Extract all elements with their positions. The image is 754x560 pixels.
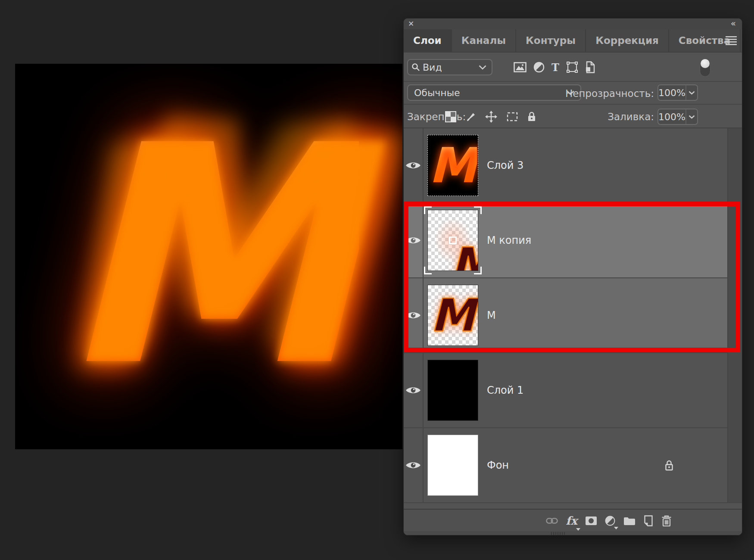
close-icon[interactable]: ✕ (408, 19, 414, 29)
layer-thumbnail-letter[interactable]: М (427, 210, 478, 271)
tab-channels[interactable]: Каналы (452, 29, 516, 52)
active-thumb-bracket (474, 206, 482, 214)
layer-styles-fx-icon[interactable]: fx (566, 514, 577, 527)
layer-thumbnail-fire[interactable]: M M (427, 135, 478, 196)
opacity-value[interactable]: 100% (658, 85, 685, 100)
chevron-down-icon (479, 65, 486, 70)
link-layers-icon[interactable] (546, 516, 558, 525)
eye-icon (405, 385, 421, 395)
filtering-toggle[interactable] (700, 58, 710, 77)
chevron-down-icon[interactable] (685, 109, 697, 124)
scrollbar-gutter[interactable] (727, 128, 742, 502)
shape-layer-filter-icon[interactable] (566, 61, 578, 73)
background-lock-icon[interactable] (664, 460, 674, 471)
panel-bottom-toolbar: fx (404, 509, 742, 531)
active-thumb-bracket (424, 267, 432, 274)
adjustment-layer-filter-icon[interactable] (533, 62, 545, 73)
layer-name[interactable]: Слой 3 (487, 159, 523, 171)
lock-all-icon[interactable] (527, 111, 536, 122)
eye-icon (405, 310, 421, 320)
document-canvas[interactable]: M M M M M M (15, 64, 402, 449)
filter-row: Вид T (404, 52, 742, 81)
layer-thumbnail-letter[interactable]: М (427, 285, 478, 346)
layer-name[interactable]: М копия (487, 234, 531, 246)
tab-layers[interactable]: Слои (404, 29, 452, 52)
photoshop-workspace: M M M M M M ✕ « Слои Каналы Контуры Корр… (0, 0, 754, 560)
new-group-folder-icon[interactable] (623, 516, 636, 526)
lock-artboard-icon[interactable] (506, 112, 518, 122)
layer-row-background[interactable]: Фон (404, 428, 742, 503)
panel-tabbar: Слои Каналы Контуры Коррекция Свойства (404, 29, 742, 52)
fill-value[interactable]: 100% (658, 109, 685, 124)
layers-panel: ✕ « Слои Каналы Контуры Коррекция Свойст… (403, 18, 742, 535)
eye-icon (405, 160, 421, 171)
panel-header: ✕ « (404, 19, 742, 29)
add-layer-mask-icon[interactable] (585, 516, 597, 526)
fire-letter-artwork: M M M M M M (15, 64, 402, 449)
new-layer-icon[interactable] (643, 515, 654, 526)
pixel-layer-filter-icon[interactable] (514, 62, 527, 73)
smart-object-filter-icon[interactable] (585, 61, 595, 73)
visibility-toggle[interactable] (404, 353, 424, 427)
layer-row-sloy1[interactable]: Слой 1 (404, 353, 742, 428)
caret-down-icon (576, 528, 580, 531)
lock-transparency-icon[interactable] (445, 111, 456, 122)
layer-name[interactable]: Слой 1 (487, 384, 523, 396)
lock-position-move-icon[interactable] (485, 111, 497, 123)
toggle-knob (701, 59, 710, 68)
tab-adjustments[interactable]: Коррекция (586, 29, 669, 52)
layer-row-m[interactable]: М М (404, 278, 742, 353)
tab-paths[interactable]: Контуры (516, 29, 586, 52)
resize-grip[interactable] (551, 532, 565, 535)
filter-kind-value: Вид (423, 62, 442, 73)
fill-label: Заливка: (608, 111, 654, 122)
layer-name[interactable]: Фон (487, 459, 509, 471)
search-icon (411, 63, 420, 72)
layer-thumbnail-white[interactable] (427, 435, 478, 496)
opacity-field[interactable]: 100% (657, 84, 698, 101)
collapse-panel-icon[interactable]: « (731, 19, 735, 28)
layers-list: M M Слой 3 М (404, 128, 742, 502)
new-adjustment-layer-icon[interactable] (605, 516, 615, 526)
type-layer-filter-icon[interactable]: T (551, 61, 559, 74)
opacity-label: Непрозрачность: (565, 88, 654, 99)
layer-row-m-copy[interactable]: М М копия (404, 203, 742, 278)
active-thumb-bracket (424, 206, 432, 214)
panel-resize-strip (404, 531, 742, 535)
layer-thumbnail-black[interactable] (427, 360, 478, 421)
lock-row: Закрепить: (404, 104, 742, 128)
panel-menu-icon[interactable] (726, 36, 737, 45)
visibility-toggle[interactable] (404, 278, 424, 352)
visibility-toggle[interactable] (404, 203, 424, 277)
chevron-down-icon[interactable] (685, 85, 697, 100)
caret-down-icon (614, 527, 618, 529)
eye-icon (405, 235, 421, 246)
visibility-toggle[interactable] (404, 428, 424, 502)
lock-pixels-brush-icon[interactable] (465, 111, 477, 122)
blend-row: Обычные Непрозрачность: 100% (404, 81, 742, 104)
layer-name[interactable]: М (487, 309, 496, 321)
blend-mode-dropdown[interactable]: Обычные (407, 84, 581, 101)
fire-letter-glow: M (59, 106, 359, 408)
fill-field[interactable]: 100% (657, 109, 698, 125)
layer-row-sloy3[interactable]: M M Слой 3 (404, 128, 742, 203)
visibility-toggle[interactable] (404, 128, 424, 202)
eye-icon (405, 460, 421, 470)
filter-kind-dropdown[interactable]: Вид (407, 59, 492, 75)
blend-mode-value: Обычные (414, 87, 460, 98)
delete-layer-trash-icon[interactable] (661, 515, 672, 527)
